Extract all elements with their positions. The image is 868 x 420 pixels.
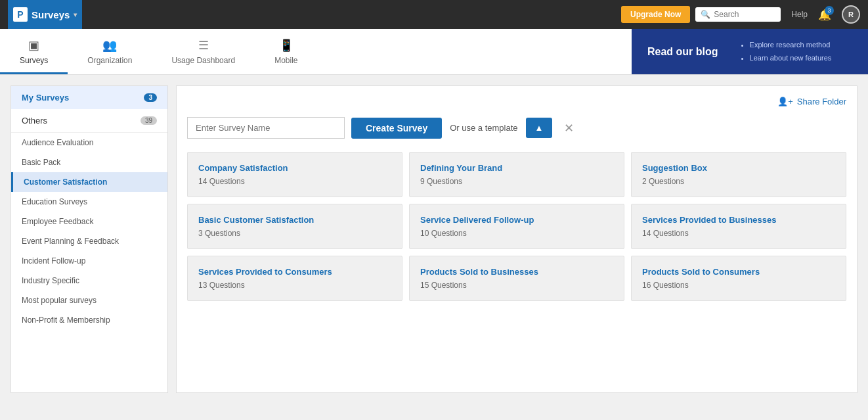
- p-icon: P: [13, 7, 28, 22]
- share-folder-label: Share Folder: [797, 97, 846, 106]
- sidebar-item-nonprofit[interactable]: Non-Profit & Membership: [11, 310, 167, 330]
- template-card-0[interactable]: Company Satisfaction 14 Questions: [187, 152, 402, 197]
- main-layout: My Surveys 3 Others 39 Audience Evaluati…: [0, 75, 868, 404]
- sidebar-item-employee-feedback[interactable]: Employee Feedback: [11, 212, 167, 231]
- tab-organization[interactable]: 👥 Organization: [68, 29, 152, 74]
- sidebar-item-basic-pack[interactable]: Basic Pack: [11, 152, 167, 172]
- tab-organization-label: Organization: [87, 56, 132, 65]
- help-label[interactable]: Help: [791, 10, 808, 19]
- content-header: 👤+ Share Folder: [187, 97, 846, 106]
- sidebar-my-surveys-label: My Surveys: [22, 93, 69, 103]
- template-card-2-title: Suggestion Box: [642, 163, 835, 173]
- survey-name-input[interactable]: [187, 117, 345, 139]
- template-card-1-sub: 9 Questions: [420, 177, 613, 186]
- surveys-icon: ▣: [28, 38, 39, 53]
- sidebar-others-count: 39: [141, 116, 157, 125]
- sidebar-item-most-popular[interactable]: Most popular surveys: [11, 291, 167, 310]
- template-card-3-title: Basic Customer Satisfaction: [198, 215, 391, 225]
- template-card-2[interactable]: Suggestion Box 2 Questions: [631, 152, 846, 197]
- sidebar-item-education-surveys[interactable]: Education Surveys: [11, 192, 167, 212]
- sidebar-others-label: Others: [22, 116, 47, 126]
- chevron-down-icon: ▾: [74, 11, 77, 18]
- template-card-2-sub: 2 Questions: [642, 177, 835, 186]
- or-divider: Or use a template: [450, 123, 517, 133]
- search-box: 🔍: [695, 7, 781, 22]
- bell-badge: 3: [825, 6, 834, 15]
- template-card-5[interactable]: Services Provided to Businesses 14 Quest…: [631, 204, 846, 249]
- template-card-6-title: Services Provided to Consumers: [198, 267, 391, 277]
- content-area: 👤+ Share Folder Create Survey Or use a t…: [176, 85, 857, 393]
- blog-bullet-2: Learn about new features: [750, 52, 832, 65]
- tab-surveys[interactable]: ▣ Surveys: [0, 29, 68, 74]
- tab-usage-dashboard[interactable]: ☰ Usage Dashboard: [152, 29, 255, 74]
- search-input[interactable]: [714, 10, 775, 19]
- blog-banner[interactable]: Read our blog Explore research method Le…: [632, 29, 868, 74]
- share-folder-icon: 👤+: [777, 97, 793, 106]
- template-card-4[interactable]: Service Delivered Follow-up 10 Questions: [409, 204, 624, 249]
- sidebar-item-my-surveys[interactable]: My Surveys 3: [11, 86, 167, 109]
- sidebar-item-incident-followup[interactable]: Incident Follow-up: [11, 251, 167, 271]
- template-card-8[interactable]: Products Sold to Consumers 16 Questions: [631, 256, 846, 301]
- nav-tabs: ▣ Surveys 👥 Organization ☰ Usage Dashboa…: [0, 29, 632, 74]
- blog-bullet-1: Explore research method: [750, 39, 832, 52]
- create-survey-button[interactable]: Create Survey: [351, 118, 442, 139]
- brand-logo[interactable]: P Surveys ▾: [8, 0, 82, 29]
- mobile-icon: 📱: [279, 38, 293, 53]
- sidebar-item-industry-specific[interactable]: Industry Specific: [11, 271, 167, 291]
- blog-bullets: Explore research method Learn about new …: [739, 39, 832, 65]
- template-card-0-sub: 14 Questions: [198, 177, 391, 186]
- brand-name: Surveys: [32, 9, 70, 20]
- close-template-button[interactable]: ✕: [559, 118, 579, 138]
- template-grid: Company Satisfaction 14 Questions Defini…: [187, 152, 846, 301]
- top-navigation: P Surveys ▾ Upgrade Now 🔍 Help 🔔 3 R: [0, 0, 868, 29]
- sidebar-sub-section: Audience Evaluation Basic Pack Customer …: [11, 133, 167, 330]
- template-card-3[interactable]: Basic Customer Satisfaction 3 Questions: [187, 204, 402, 249]
- sidebar-item-customer-satisfaction[interactable]: Customer Satisfaction: [11, 172, 167, 192]
- template-card-4-title: Service Delivered Follow-up: [420, 215, 613, 225]
- notifications-bell[interactable]: 🔔 3: [818, 9, 831, 21]
- template-card-1[interactable]: Defining Your Brand 9 Questions: [409, 152, 624, 197]
- template-card-7[interactable]: Products Sold to Businesses 15 Questions: [409, 256, 624, 301]
- template-card-4-sub: 10 Questions: [420, 229, 613, 238]
- template-card-7-sub: 15 Questions: [420, 281, 613, 290]
- share-folder-button[interactable]: 👤+ Share Folder: [777, 97, 846, 106]
- template-card-7-title: Products Sold to Businesses: [420, 267, 613, 277]
- template-card-5-title: Services Provided to Businesses: [642, 215, 835, 225]
- template-card-6[interactable]: Services Provided to Consumers 13 Questi…: [187, 256, 402, 301]
- dashboard-icon: ☰: [198, 38, 209, 53]
- use-template-button[interactable]: ▲: [526, 118, 553, 138]
- create-survey-row: Create Survey Or use a template ▲ ✕: [187, 117, 846, 139]
- tab-mobile-label: Mobile: [274, 56, 297, 65]
- sidebar-item-others[interactable]: Others 39: [11, 109, 167, 132]
- template-card-8-title: Products Sold to Consumers: [642, 267, 835, 277]
- secondary-navigation: ▣ Surveys 👥 Organization ☰ Usage Dashboa…: [0, 29, 868, 75]
- organization-icon: 👥: [102, 38, 117, 53]
- blog-title: Read our blog: [647, 46, 718, 58]
- sidebar-my-surveys-count: 3: [144, 93, 157, 102]
- tab-mobile[interactable]: 📱 Mobile: [255, 29, 317, 74]
- template-card-0-title: Company Satisfaction: [198, 163, 391, 173]
- template-card-8-sub: 16 Questions: [642, 281, 835, 290]
- sidebar-item-event-planning[interactable]: Event Planning & Feedback: [11, 231, 167, 251]
- sidebar-main-section: My Surveys 3 Others 39: [11, 86, 167, 133]
- template-card-1-title: Defining Your Brand: [420, 163, 613, 173]
- search-icon: 🔍: [701, 10, 710, 19]
- sidebar-item-audience-evaluation[interactable]: Audience Evaluation: [11, 133, 167, 152]
- tab-usage-dashboard-label: Usage Dashboard: [171, 56, 235, 65]
- user-avatar[interactable]: R: [842, 5, 860, 24]
- template-card-6-sub: 13 Questions: [198, 281, 391, 290]
- sidebar: My Surveys 3 Others 39 Audience Evaluati…: [11, 85, 168, 393]
- use-template-label: ▲: [535, 123, 544, 133]
- template-card-5-sub: 14 Questions: [642, 229, 835, 238]
- upgrade-now-button[interactable]: Upgrade Now: [621, 6, 690, 23]
- template-card-3-sub: 3 Questions: [198, 229, 391, 238]
- tab-surveys-label: Surveys: [20, 56, 48, 65]
